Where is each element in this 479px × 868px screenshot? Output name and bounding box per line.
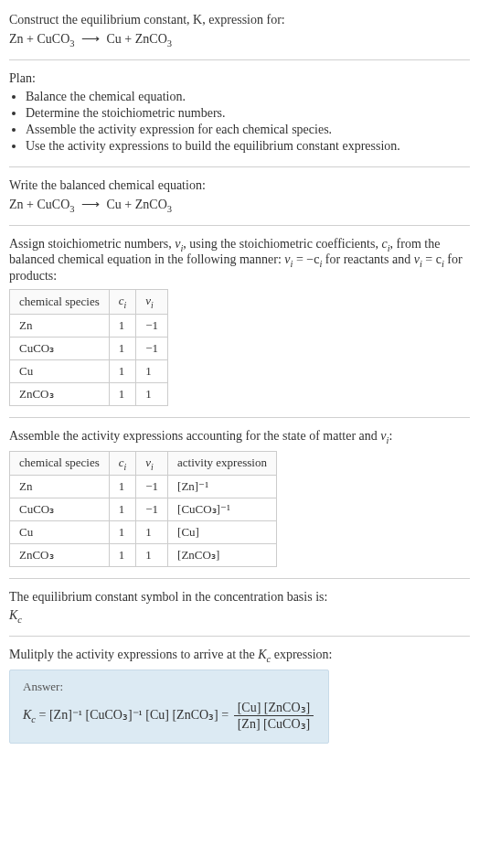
plan-heading: Plan: [9, 71, 470, 86]
table-header: νi [136, 451, 168, 476]
table-cell: [ZnCO₃] [168, 544, 277, 567]
table-header: ci [109, 290, 136, 315]
table-cell: CuCO₃ [10, 498, 110, 521]
answer-box: Answer: Kc = [Zn]⁻¹ [CuCO₃]⁻¹ [Cu] [ZnCO… [9, 670, 329, 744]
symbol-section: The equilibrium constant symbol in the c… [9, 584, 470, 630]
stoich-table: chemical species ci νi Zn 1 −1 CuCO₃ 1 −… [9, 289, 168, 406]
intro-section: Construct the equilibrium constant, K, e… [9, 7, 470, 54]
plan-list: Balance the chemical equation. Determine… [9, 90, 470, 154]
table-cell: 1 [109, 359, 136, 382]
table-cell: 1 [109, 476, 136, 498]
table-cell: ZnCO₃ [10, 382, 110, 405]
activity-section: Assemble the activity expressions accoun… [9, 423, 470, 573]
intro-equation: Zn + CuCO3 ⟶ Cu + ZnCO3 [9, 31, 470, 48]
table-cell: CuCO₃ [10, 337, 110, 359]
multiply-section: Mulitply the activity expressions to arr… [9, 642, 470, 749]
table-row: ZnCO₃ 1 1 [ZnCO₃] [10, 544, 277, 567]
table-header-row: chemical species ci νi [10, 290, 168, 315]
list-item: Determine the stoichiometric numbers. [26, 106, 470, 121]
fraction-numerator: [Cu] [ZnCO₃] [234, 700, 314, 715]
divider [9, 417, 470, 418]
plus-icon: + [27, 32, 37, 46]
table-cell: [Zn]⁻¹ [168, 476, 277, 498]
stoich-text: Assign stoichiometric numbers, νi, using… [9, 237, 470, 284]
table-row: Zn 1 −1 [10, 314, 168, 337]
intro-text: Construct the equilibrium constant, K, e… [9, 13, 470, 27]
table-row: CuCO₃ 1 −1 [CuCO₃]⁻¹ [10, 498, 277, 521]
table-cell: [Cu] [168, 521, 277, 544]
table-header: activity expression [168, 451, 277, 476]
table-cell: Cu [10, 359, 110, 382]
table-cell: ZnCO₃ [10, 544, 110, 567]
table-cell: 1 [109, 498, 136, 521]
table-header: ci [109, 451, 136, 476]
plus-icon: + [124, 198, 134, 211]
balanced-section: Write the balanced chemical equation: Zn… [9, 173, 470, 220]
table-cell: 1 [136, 544, 168, 567]
table-cell: 1 [109, 314, 136, 337]
product-cu: Cu [107, 198, 122, 211]
table-row: CuCO₃ 1 −1 [10, 337, 168, 359]
table-header: chemical species [10, 451, 110, 476]
divider [9, 59, 470, 60]
table-cell: −1 [136, 476, 168, 498]
table-cell: [CuCO₃]⁻¹ [168, 498, 277, 521]
table-header-row: chemical species ci νi activity expressi… [10, 451, 277, 476]
table-cell: Zn [10, 314, 110, 337]
table-row: ZnCO₃ 1 1 [10, 382, 168, 405]
product-cu: Cu [107, 32, 122, 46]
divider [9, 225, 470, 226]
list-item: Balance the chemical equation. [26, 90, 470, 104]
activity-text: Assemble the activity expressions accoun… [9, 429, 470, 445]
table-header: νi [136, 290, 168, 315]
reactant-cuco3: CuCO3 [37, 198, 74, 211]
kc-symbol: Kc [9, 608, 470, 625]
plus-icon: + [27, 198, 37, 211]
table-cell: 1 [109, 337, 136, 359]
table-cell: Zn [10, 476, 110, 498]
reactant-zn: Zn [9, 32, 24, 46]
list-item: Assemble the activity expression for eac… [26, 123, 470, 137]
reactant-cuco3: CuCO3 [37, 32, 74, 46]
answer-equation: Kc = [Zn]⁻¹ [CuCO₃]⁻¹ [Cu] [ZnCO₃] = [Cu… [23, 700, 315, 732]
symbol-text: The equilibrium constant symbol in the c… [9, 590, 470, 605]
product-znco3: ZnCO3 [135, 32, 172, 46]
table-cell: 1 [109, 544, 136, 567]
table-cell: −1 [136, 314, 168, 337]
table-cell: 1 [109, 521, 136, 544]
table-cell: −1 [136, 498, 168, 521]
table-cell: Cu [10, 521, 110, 544]
activity-table: chemical species ci νi activity expressi… [9, 451, 277, 568]
divider [9, 166, 470, 167]
plus-icon: + [124, 32, 134, 46]
multiply-text: Mulitply the activity expressions to arr… [9, 648, 470, 664]
arrow-icon: ⟶ [81, 197, 100, 212]
table-cell: −1 [136, 337, 168, 359]
balanced-heading: Write the balanced chemical equation: [9, 178, 470, 193]
intro-line1: Construct the equilibrium constant, K, e… [9, 13, 285, 27]
table-cell: 1 [136, 521, 168, 544]
arrow-icon: ⟶ [81, 31, 100, 47]
table-row: Cu 1 1 [10, 359, 168, 382]
plan-section: Plan: Balance the chemical equation. Det… [9, 66, 470, 161]
table-row: Cu 1 1 [Cu] [10, 521, 277, 544]
divider [9, 636, 470, 637]
table-header: chemical species [10, 290, 110, 315]
answer-label: Answer: [23, 680, 315, 694]
fraction: [Cu] [ZnCO₃] [Zn] [CuCO₃] [234, 700, 314, 732]
table-cell: 1 [136, 359, 168, 382]
table-cell: 1 [109, 382, 136, 405]
table-cell: 1 [136, 382, 168, 405]
list-item: Use the activity expressions to build th… [26, 139, 470, 154]
table-row: Zn 1 −1 [Zn]⁻¹ [10, 476, 277, 498]
reactant-zn: Zn [9, 198, 24, 211]
fraction-denominator: [Zn] [CuCO₃] [234, 715, 314, 732]
stoich-section: Assign stoichiometric numbers, νi, using… [9, 231, 470, 412]
balanced-equation: Zn + CuCO3 ⟶ Cu + ZnCO3 [9, 197, 470, 214]
divider [9, 578, 470, 579]
product-znco3: ZnCO3 [135, 198, 172, 211]
